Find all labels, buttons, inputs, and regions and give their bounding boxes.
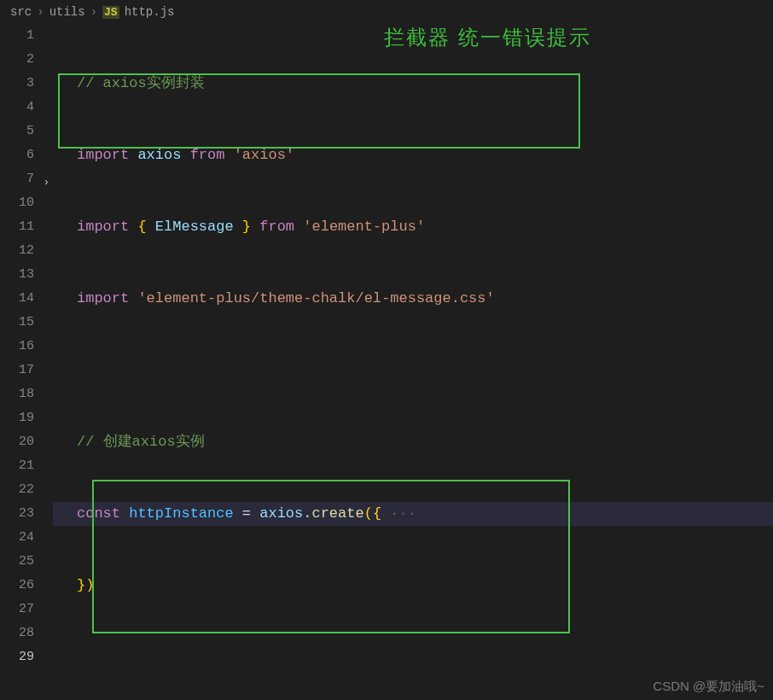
line-number: 17: [0, 359, 34, 382]
code-line[interactable]: [53, 359, 773, 382]
line-number: 15: [0, 311, 34, 335]
line-number: 5: [0, 120, 34, 143]
line-number: 19: [0, 406, 34, 430]
line-number: 6: [0, 143, 34, 167]
line-number: 7›: [0, 167, 34, 191]
line-number: 12: [0, 239, 34, 263]
javascript-icon: JS: [102, 6, 119, 19]
breadcrumb-seg[interactable]: utils: [49, 5, 85, 19]
code-line[interactable]: import { ElMessage } from 'element-plus': [53, 215, 773, 239]
line-number: 11: [0, 215, 34, 239]
code-line[interactable]: const httpInstance = axios.create({ ···: [53, 502, 773, 526]
line-gutter: 1 2 3 4 5 6 7› 10 11 12 13 14 15 16 17 1…: [0, 24, 53, 700]
watermark: CSDN @要加油哦~: [653, 679, 764, 695]
code-editor[interactable]: 1 2 3 4 5 6 7› 10 11 12 13 14 15 16 17 1…: [0, 24, 773, 700]
line-number: 28: [0, 621, 34, 645]
code-content[interactable]: // axios实例封装 import axios from 'axios' i…: [53, 24, 773, 700]
line-number: 25: [0, 550, 34, 574]
line-number: 16: [0, 335, 34, 359]
code-line[interactable]: }): [53, 574, 773, 598]
line-number: 26: [0, 574, 34, 598]
code-line[interactable]: // axios实例封装: [53, 72, 773, 96]
line-number: 13: [0, 263, 34, 287]
line-number: 21: [0, 454, 34, 478]
line-number: 10: [0, 191, 34, 215]
chevron-right-icon: ›: [37, 5, 44, 19]
code-line[interactable]: import axios from 'axios': [53, 143, 773, 167]
breadcrumb[interactable]: src › utils › JS http.js: [0, 0, 773, 24]
line-number: 24: [0, 526, 34, 550]
line-number: 29: [0, 645, 34, 669]
line-number: 3: [0, 72, 34, 96]
code-line[interactable]: // 创建axios实例: [53, 430, 773, 454]
line-number: 2: [0, 48, 34, 72]
line-number: 18: [0, 382, 34, 406]
chevron-right-icon: ›: [90, 5, 97, 19]
line-number: 1: [0, 24, 34, 48]
line-number: 22: [0, 478, 34, 502]
fold-icon[interactable]: ›: [44, 171, 49, 195]
line-number: 4: [0, 96, 34, 120]
line-number: 27: [0, 598, 34, 621]
code-line[interactable]: [53, 645, 773, 669]
line-number: 14: [0, 287, 34, 311]
code-line[interactable]: import 'element-plus/theme-chalk/el-mess…: [53, 287, 773, 311]
breadcrumb-file[interactable]: http.js: [125, 5, 175, 19]
line-number: 20: [0, 430, 34, 454]
breadcrumb-seg[interactable]: src: [10, 5, 32, 19]
line-number: 23: [0, 502, 34, 526]
annotation-title: 拦截器 统一错误提示: [384, 24, 591, 51]
